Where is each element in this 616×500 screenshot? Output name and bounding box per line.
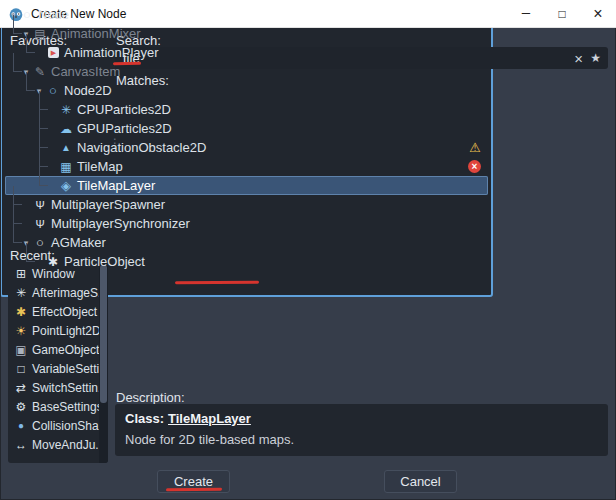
recent-item-label: VariableSetti... — [32, 362, 108, 376]
tree-line — [39, 148, 48, 167]
recent-item[interactable]: CollisionSha... — [8, 416, 108, 435]
matches-tree: Node AnimationMixer AnimationPlayer Canv… — [0, 0, 493, 297]
tree-item-cpuparticles2d[interactable]: CPUParticles2D — [5, 100, 488, 119]
tree-line — [13, 224, 22, 243]
tree-line — [26, 34, 35, 53]
tree-item-label: AnimationPlayer — [64, 45, 159, 60]
tree-item-label: TileMapLayer — [77, 178, 155, 193]
tree-item-label: CPUParticles2D — [77, 102, 171, 117]
recent-item-label: MoveAndJu... — [32, 438, 105, 452]
description-class-line: Class:TileMapLayer — [125, 411, 598, 426]
tree-item-label: NavigationObstacle2D — [77, 140, 206, 155]
tree-item-label: TileMap — [77, 159, 123, 174]
favorite-star-icon[interactable] — [590, 47, 601, 69]
recent-item[interactable]: AfterimageS... — [8, 283, 108, 302]
navigation-obstacle-2d-icon — [58, 140, 74, 155]
create-new-node-dialog: Create New Node Favorites: Recent: Windo… — [0, 0, 616, 500]
recent-item-label: GameObject — [32, 343, 99, 357]
warning-icon — [469, 140, 481, 155]
class-name-link[interactable]: TileMapLayer — [168, 411, 251, 426]
cpuparticles2d-icon — [58, 102, 74, 117]
collision-shape-icon — [13, 418, 29, 433]
tree-item-label: AnimationMixer — [51, 26, 141, 41]
tree-item-node2d[interactable]: Node2D — [5, 81, 488, 100]
tree-line — [13, 205, 22, 224]
recent-item[interactable]: BaseSettings — [8, 397, 108, 416]
tree-line — [26, 72, 35, 91]
tree-line — [39, 91, 48, 110]
recent-item-label: SwitchSettin... — [32, 381, 108, 395]
description-body: Node for 2D tile-based maps. — [125, 432, 598, 447]
recent-item[interactable]: PointLight2D — [8, 321, 108, 340]
scrollbar-track[interactable] — [99, 262, 108, 463]
description-label: Description: — [116, 390, 185, 405]
recent-item-label: PointLight2D — [32, 324, 101, 338]
tree-item-label: MultiplayerSynchronizer — [51, 216, 190, 231]
gpuparticles2d-icon — [58, 121, 74, 136]
description-panel: Class:TileMapLayer Node for 2D tile-base… — [115, 404, 608, 456]
recent-item[interactable]: VariableSetti... — [8, 359, 108, 378]
recent-item-label: CollisionSha... — [32, 419, 108, 433]
multiplayer-spawner-icon — [32, 197, 48, 212]
cancel-button[interactable]: Cancel — [384, 470, 457, 493]
tree-line — [13, 53, 22, 72]
tree-item-label: Node2D — [64, 83, 112, 98]
tree-item-label: Node — [38, 7, 69, 22]
recent-item-label: AfterimageS... — [32, 286, 108, 300]
tree-line — [26, 243, 35, 262]
tree-item-agmaker[interactable]: AGMaker — [5, 233, 488, 252]
tree-line — [13, 15, 22, 34]
particle-object-icon — [45, 254, 61, 269]
game-object-icon — [13, 342, 29, 357]
maximize-button[interactable] — [544, 0, 580, 27]
recent-list: Window AfterimageS... EffectObject Point… — [8, 262, 108, 463]
tree-item-multiplayerspawner[interactable]: MultiplayerSpawner — [5, 195, 488, 214]
switch-settings-icon — [13, 380, 29, 395]
variable-settings-icon — [13, 361, 29, 376]
error-icon — [468, 160, 481, 173]
window-controls — [508, 0, 616, 27]
recent-item[interactable]: MoveAndJu... — [8, 435, 108, 454]
point-light-icon — [13, 323, 29, 338]
recent-item[interactable]: SwitchSettin... — [8, 378, 108, 397]
tilemaplayer-icon — [58, 178, 74, 193]
tree-line — [39, 129, 48, 148]
class-prefix: Class: — [125, 411, 164, 426]
tree-line — [39, 167, 48, 186]
effect-object-icon — [13, 304, 29, 319]
tree-item-navigationobstacle2d[interactable]: NavigationObstacle2D — [5, 138, 488, 157]
scrollbar-thumb[interactable] — [100, 265, 107, 403]
close-button[interactable] — [580, 0, 616, 27]
clear-search-icon[interactable] — [574, 47, 583, 69]
recent-item-label: EffectObject — [32, 305, 97, 319]
animation-player-icon — [45, 45, 61, 60]
tree-item-label: AGMaker — [51, 235, 106, 250]
tree-item-tilemaplayer[interactable]: TileMapLayer — [5, 176, 488, 195]
tree-item-multiplayersynchronizer[interactable]: MultiplayerSynchronizer — [5, 214, 488, 233]
tree-item-label: CanvasItem — [51, 64, 120, 79]
tree-line — [39, 110, 48, 129]
tilemap-icon — [58, 159, 74, 174]
tree-item-tilemap[interactable]: TileMap — [5, 157, 488, 176]
recent-item[interactable]: EffectObject — [8, 302, 108, 321]
annotation-underline-search — [113, 62, 141, 65]
base-settings-icon — [13, 399, 29, 414]
tree-line — [13, 186, 22, 205]
tree-item-animationmixer[interactable]: AnimationMixer — [5, 24, 488, 43]
tree-item-label: ParticleObject — [64, 254, 145, 269]
tree-item-label: GPUParticles2D — [77, 121, 172, 136]
tree-item-canvasitem[interactable]: CanvasItem — [5, 62, 488, 81]
recent-item-label: BaseSettings — [32, 400, 103, 414]
minimize-button[interactable] — [508, 0, 544, 27]
tree-item-node[interactable]: Node — [5, 5, 488, 24]
move-and-jump-icon — [13, 437, 29, 452]
recent-item[interactable]: GameObject — [8, 340, 108, 359]
multiplayer-synchronizer-icon — [32, 216, 48, 231]
tree-item-animationplayer[interactable]: AnimationPlayer — [5, 43, 488, 62]
tree-item-particleobject[interactable]: ParticleObject — [5, 252, 488, 271]
tree-item-gpuparticles2d[interactable]: GPUParticles2D — [5, 119, 488, 138]
tree-item-label: MultiplayerSpawner — [51, 197, 165, 212]
afterimage-icon — [13, 285, 29, 300]
